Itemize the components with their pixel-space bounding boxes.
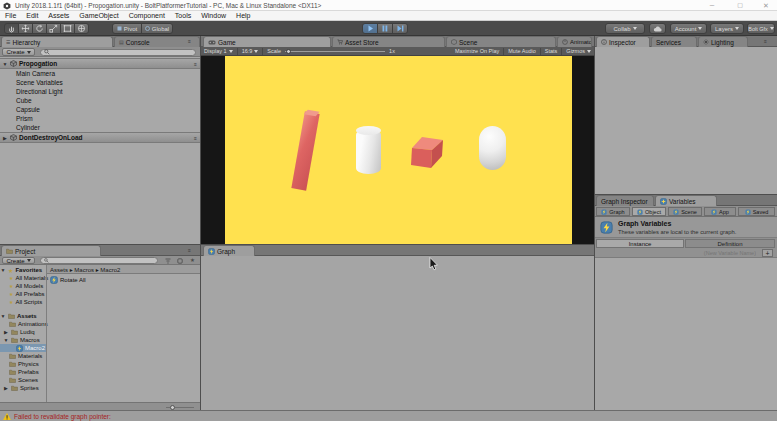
collab-button[interactable]: Collab [605, 23, 645, 34]
menu-assets[interactable]: Assets [48, 12, 69, 19]
tab-lighting[interactable]: Lighting [698, 36, 748, 47]
close-button[interactable]: ✕ [758, 1, 774, 10]
search-by-label-icon[interactable] [177, 258, 183, 264]
account-button[interactable]: Account [670, 23, 707, 34]
scale-slider[interactable] [285, 48, 385, 55]
favorite-all-models[interactable]: ★All Models [0, 282, 46, 290]
foldout-closed-icon[interactable]: ▶ [2, 135, 8, 141]
breadcrumb[interactable]: Assets ▸ Macros ▸ Macro2 [50, 266, 120, 273]
stats-toggle[interactable]: Stats [545, 48, 558, 54]
mode-tab-instance[interactable]: Instance [596, 239, 684, 248]
hierarchy-item-cylinder[interactable]: Cylinder [0, 123, 201, 132]
foldout-open-icon[interactable]: ▼ [3, 337, 9, 343]
foldout-open-icon[interactable]: ▼ [2, 61, 8, 67]
tab-variables[interactable]: Variables [655, 195, 717, 206]
pause-button[interactable] [377, 23, 393, 34]
mode-tab-definition[interactable]: Definition [685, 239, 775, 248]
search-by-type-icon[interactable] [165, 258, 171, 264]
hierarchy-item-main-camera[interactable]: Main Camera [0, 69, 201, 78]
menu-window[interactable]: Window [201, 12, 226, 19]
tab-inspector[interactable]: Inspector [596, 36, 650, 47]
play-button[interactable] [362, 23, 378, 34]
cloud-button[interactable] [649, 23, 666, 34]
asset-item-rotate-all[interactable]: Rotate All [50, 276, 190, 284]
hierarchy-item-directional-light[interactable]: Directional Light [0, 87, 201, 96]
tab-graph[interactable]: Graph [203, 245, 255, 256]
favorite-all-scripts[interactable]: ★All Scripts [0, 298, 46, 306]
panel-menu-icon[interactable]: ≡ [188, 38, 191, 44]
thumbnail-slider-knob[interactable] [170, 405, 175, 410]
favorite-all-materials[interactable]: ★All Materials [0, 274, 46, 282]
folder-prefabs[interactable]: Prefabs [0, 368, 46, 376]
splitter-vertical-right[interactable] [594, 36, 595, 410]
dontdestroyonload-row[interactable]: ▶ DontDestroyOnLoad ≡ [0, 132, 201, 143]
layout-button[interactable]: Bolt Gfx [747, 23, 775, 34]
favorites-root[interactable]: ▼★Favorites [0, 266, 46, 274]
scope-tab-app[interactable]: App [704, 207, 736, 216]
folder-physics[interactable]: Physics [0, 360, 46, 368]
layers-button[interactable]: Layers [710, 23, 744, 34]
slider-knob[interactable] [286, 49, 291, 54]
foldout-closed-icon[interactable]: ▶ [3, 385, 9, 391]
maximize-on-play-toggle[interactable]: Maximize On Play [455, 48, 499, 54]
project-search-input[interactable] [50, 257, 154, 263]
splitter-horizontal-right[interactable] [594, 194, 777, 195]
add-variable-button[interactable]: + [762, 249, 773, 257]
foldout-open-icon[interactable]: ▼ [0, 267, 6, 273]
foldout-open-icon[interactable]: ▼ [0, 313, 6, 319]
asset-macro2-selected[interactable]: Macro2 [0, 344, 46, 352]
scene-header-row[interactable]: ▼ Propogation ≡ [0, 58, 201, 69]
rotate-tool-button[interactable] [32, 23, 47, 34]
scene-menu-icon[interactable]: ≡ [194, 135, 197, 141]
assets-root[interactable]: ▼Assets [0, 312, 46, 320]
folder-materials[interactable]: Materials [0, 352, 46, 360]
display-dropdown[interactable]: Display 1 [204, 48, 233, 54]
hierarchy-search[interactable] [40, 49, 196, 56]
maximize-button[interactable]: ▢ [730, 1, 750, 10]
panel-menu-icon[interactable]: ≡ [188, 247, 191, 253]
tab-asset-store[interactable]: Asset Store [332, 36, 445, 47]
favorite-search-icon[interactable]: ★ [190, 257, 195, 263]
menu-gameobject[interactable]: GameObject [79, 12, 118, 19]
menu-file[interactable]: File [5, 12, 16, 19]
favorite-all-prefabs[interactable]: ★All Prefabs [0, 290, 46, 298]
hierarchy-create-button[interactable]: Create [2, 48, 35, 56]
folder-animations[interactable]: Animations [0, 320, 46, 328]
mute-audio-toggle[interactable]: Mute Audio [508, 48, 536, 54]
tab-animator[interactable]: Animator [557, 36, 592, 47]
project-create-button[interactable]: Create [2, 257, 35, 264]
step-button[interactable] [392, 23, 408, 34]
project-search[interactable] [40, 257, 158, 264]
menu-help[interactable]: Help [236, 12, 250, 19]
scope-tab-saved[interactable]: Saved [738, 207, 775, 216]
scale-tool-button[interactable] [46, 23, 61, 34]
rect-tool-button[interactable] [60, 23, 75, 34]
scope-tab-scene[interactable]: Scene [668, 207, 702, 216]
tab-scene[interactable]: Scene [446, 36, 556, 47]
move-tool-button[interactable] [18, 23, 33, 34]
gizmos-dropdown[interactable]: Gizmos [566, 48, 591, 54]
hierarchy-item-capsule[interactable]: Capsule [0, 105, 201, 114]
folder-macros[interactable]: ▼Macros [0, 336, 46, 344]
project-column-divider[interactable] [46, 265, 47, 402]
folder-scenes[interactable]: Scenes [0, 376, 46, 384]
pivot-toggle-button[interactable]: Pivot [112, 23, 142, 34]
tab-hierarchy[interactable]: ☰ Hierarchy [1, 36, 113, 47]
scope-tab-graph[interactable]: Graph [596, 207, 630, 216]
panel-menu-icon[interactable]: ≡ [764, 38, 767, 44]
menu-tools[interactable]: Tools [175, 12, 191, 19]
tab-game[interactable]: Game [203, 36, 331, 47]
foldout-closed-icon[interactable]: ▶ [3, 329, 9, 335]
graph-canvas[interactable] [201, 256, 594, 410]
transform-tool-button[interactable] [74, 23, 89, 34]
tab-project[interactable]: Project [1, 245, 101, 256]
tab-services[interactable]: Services [651, 36, 697, 47]
game-render-area[interactable] [225, 56, 572, 245]
global-toggle-button[interactable]: Global [141, 23, 173, 34]
folder-sprites[interactable]: ▶Sprites [0, 384, 46, 392]
statusbar[interactable]: Failed to revalidate graph pointer: [0, 410, 777, 421]
hand-tool-button[interactable] [4, 23, 19, 34]
hierarchy-item-prism[interactable]: Prism [0, 114, 201, 123]
menu-edit[interactable]: Edit [26, 12, 38, 19]
hierarchy-item-scene-variables[interactable]: Scene Variables [0, 78, 201, 87]
